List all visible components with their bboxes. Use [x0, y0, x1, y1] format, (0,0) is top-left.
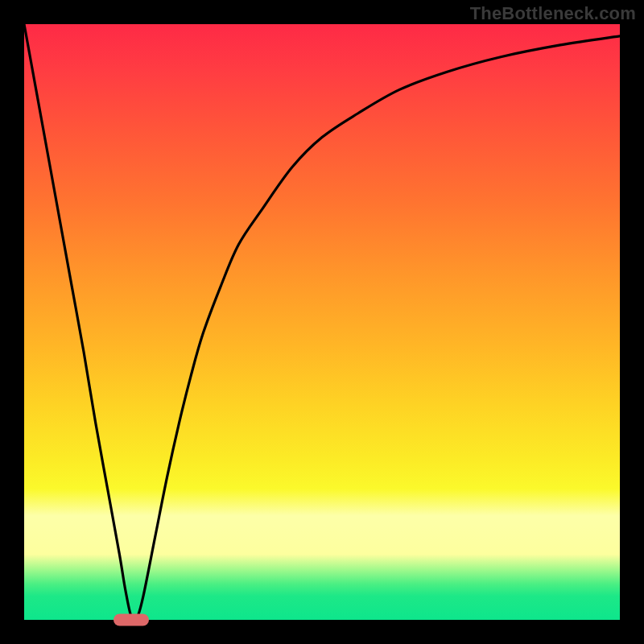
bottleneck-curve [24, 24, 620, 620]
plot-area [24, 24, 620, 620]
curve-overlay [24, 24, 620, 620]
chart-frame: TheBottleneck.com [0, 0, 644, 644]
optimal-marker [114, 614, 149, 626]
attribution-text: TheBottleneck.com [470, 3, 636, 24]
